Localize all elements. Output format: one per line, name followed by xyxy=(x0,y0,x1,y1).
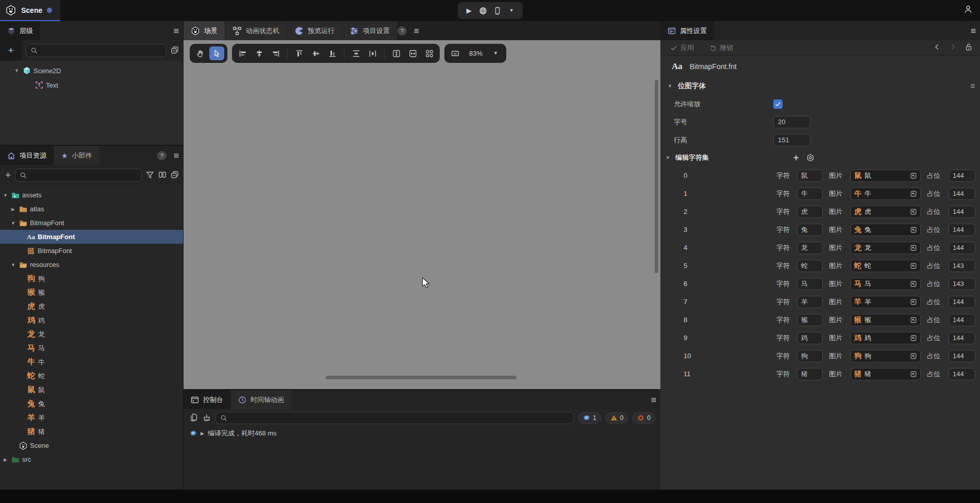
asset-item[interactable]: 猪 猪 xyxy=(0,425,183,439)
console-menu-button[interactable] xyxy=(647,390,660,409)
tab-properties[interactable]: 属性设置 xyxy=(660,21,714,40)
assets-search-input[interactable] xyxy=(30,172,137,179)
asset-item[interactable]: ▶ src xyxy=(0,452,183,466)
tab-widgets[interactable]: ★ 小部件 xyxy=(54,146,99,165)
asset-item[interactable]: BitmapFont xyxy=(0,244,183,258)
image-reference-field[interactable]: 牛 牛 xyxy=(851,188,921,200)
collapse-all-button[interactable] xyxy=(171,171,179,180)
fit-width-button[interactable] xyxy=(405,46,420,60)
image-reference-field[interactable]: 蛇 蛇 xyxy=(851,260,921,272)
horizontal-scrollbar[interactable] xyxy=(326,376,517,379)
copy-log-button[interactable] xyxy=(190,413,198,423)
asset-item[interactable]: Aa BitmapFont xyxy=(0,230,183,244)
charset-settings-button[interactable] xyxy=(806,154,815,162)
align-top-button[interactable] xyxy=(292,46,307,60)
picker-icon[interactable] xyxy=(910,316,917,324)
log-entry[interactable]: ▶ 编译完成，耗时468 ms xyxy=(184,427,660,438)
placeholder-input[interactable] xyxy=(949,170,975,182)
preview-options-dropdown[interactable]: ▼ xyxy=(505,5,518,17)
nav-back-button[interactable] xyxy=(934,43,941,52)
scene-view-tab[interactable]: 场景 xyxy=(184,21,225,40)
picker-icon[interactable] xyxy=(910,334,917,342)
expander-icon[interactable]: ▼ xyxy=(2,193,9,198)
expander-icon[interactable]: ▼ xyxy=(10,221,16,226)
fit-height-button[interactable] xyxy=(389,46,404,60)
scene-view-tab[interactable]: 预览运行 xyxy=(287,21,342,40)
placeholder-input[interactable] xyxy=(949,224,975,236)
char-input[interactable] xyxy=(797,296,823,308)
placeholder-input[interactable] xyxy=(949,314,975,326)
asset-item[interactable]: 虎 虎 xyxy=(0,299,183,313)
asset-item[interactable]: 牛 牛 xyxy=(0,355,183,369)
scene-help-button[interactable]: ? xyxy=(397,26,407,36)
hierarchy-node[interactable]: Text xyxy=(0,78,183,92)
hierarchy-search-input[interactable] xyxy=(41,47,162,55)
align-bottom-button[interactable] xyxy=(325,46,340,60)
font-size-input[interactable] xyxy=(773,116,810,128)
hierarchy-search[interactable] xyxy=(26,44,167,57)
placeholder-input[interactable] xyxy=(949,260,975,272)
nav-forward-button[interactable] xyxy=(949,43,956,52)
asset-item[interactable]: ▼ BitmapFont xyxy=(0,216,183,230)
expander-icon[interactable]: ▼ xyxy=(10,262,16,267)
select-tool-button[interactable] xyxy=(209,46,224,60)
asset-item[interactable]: Scene xyxy=(0,439,183,452)
device-preview-button[interactable] xyxy=(491,5,504,17)
char-input[interactable] xyxy=(797,278,823,290)
image-reference-field[interactable]: 狗 狗 xyxy=(851,350,921,362)
allow-scale-checkbox[interactable] xyxy=(773,99,783,109)
distribute-horizontal-button[interactable] xyxy=(365,46,380,60)
char-input[interactable] xyxy=(797,224,823,236)
asset-item[interactable]: 马 马 xyxy=(0,341,183,355)
add-charset-entry-button[interactable]: + xyxy=(793,153,799,162)
vertical-scrollbar[interactable] xyxy=(655,80,658,273)
picker-icon[interactable] xyxy=(910,226,917,233)
tab-timeline-animation[interactable]: 时间轴动画 xyxy=(231,390,291,409)
asset-item[interactable]: 兔 兔 xyxy=(0,397,183,411)
char-input[interactable] xyxy=(797,260,823,272)
placeholder-input[interactable] xyxy=(949,350,975,362)
undo-button[interactable]: 撤销 xyxy=(709,43,733,53)
char-input[interactable] xyxy=(797,206,823,218)
image-reference-field[interactable]: 鸡 鸡 xyxy=(851,332,921,344)
collapse-all-button[interactable] xyxy=(171,46,179,56)
image-reference-field[interactable]: 鼠 鼠 xyxy=(851,170,921,182)
asset-item[interactable]: 鼠 鼠 xyxy=(0,383,183,397)
image-reference-field[interactable]: 猪 猪 xyxy=(851,368,921,380)
expander-icon[interactable]: ▶ xyxy=(10,207,16,212)
placeholder-input[interactable] xyxy=(949,332,975,344)
tab-hierarchy[interactable]: 层级 xyxy=(0,21,40,40)
image-reference-field[interactable]: 猴 猴 xyxy=(851,314,921,326)
section-expander-icon[interactable]: ▼ xyxy=(665,155,671,160)
zoom-dropdown[interactable]: ▼ xyxy=(488,46,503,60)
image-reference-field[interactable]: 虎 虎 xyxy=(851,206,921,218)
tab-console[interactable]: 控制台 xyxy=(184,390,230,409)
align-left-button[interactable] xyxy=(235,46,250,60)
charset-section-header[interactable]: ▼ 编辑字符集 + xyxy=(660,149,980,166)
clear-log-button[interactable] xyxy=(203,413,211,423)
section-expander-icon[interactable]: ▼ xyxy=(667,83,673,89)
char-input[interactable] xyxy=(797,332,823,344)
asset-item[interactable]: ▼ assets xyxy=(0,188,183,202)
play-button[interactable]: ▶ xyxy=(463,5,475,17)
picker-icon[interactable] xyxy=(910,172,917,179)
line-height-input[interactable] xyxy=(773,134,810,146)
warning-count-badge[interactable]: 0 xyxy=(606,412,628,424)
console-search[interactable] xyxy=(215,412,574,424)
char-input[interactable] xyxy=(797,188,823,200)
error-count-badge[interactable]: 0 xyxy=(633,412,655,424)
scene-view-tab[interactable]: 项目设置 xyxy=(342,21,397,40)
asset-item[interactable]: ▶ atlas xyxy=(0,202,183,216)
asset-item[interactable]: 羊 羊 xyxy=(0,411,183,425)
picker-icon[interactable] xyxy=(910,244,917,252)
web-preview-button[interactable] xyxy=(477,5,489,17)
scene-canvas[interactable]: 83% ▼ xyxy=(184,40,660,389)
filter-button[interactable] xyxy=(146,171,154,180)
properties-menu-button[interactable] xyxy=(967,21,980,40)
char-input[interactable] xyxy=(797,368,823,380)
image-reference-field[interactable]: 马 马 xyxy=(851,278,921,290)
bitmap-font-section-header[interactable]: ▼ 位图字体 xyxy=(660,77,980,95)
assets-menu-button[interactable] xyxy=(170,146,183,165)
image-reference-field[interactable]: 龙 龙 xyxy=(851,242,921,254)
placeholder-input[interactable] xyxy=(949,296,975,308)
